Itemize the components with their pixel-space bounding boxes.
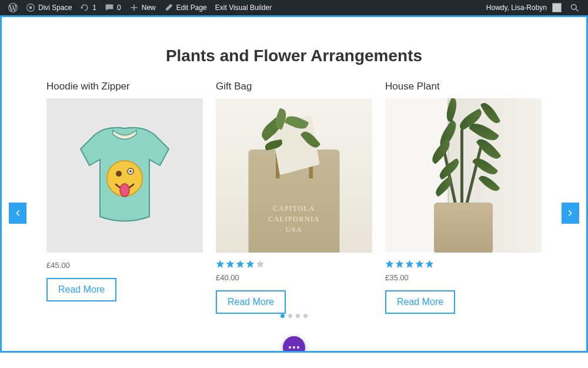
star-icon [415,260,424,268]
carousel-dot[interactable] [288,314,292,318]
product-card: Gift Bag CAPITOLA CALIFOR [216,81,372,314]
edit-page-link[interactable]: Edit Page [161,0,211,15]
product-image[interactable]: CAPITOLA CALIFORNIA USA [216,98,372,253]
product-price: £45.00 [46,261,203,270]
updates-count: 1 [92,4,96,12]
product-price: £40.00 [216,273,372,282]
read-more-button[interactable]: Read More [216,290,286,314]
carousel-dot[interactable] [280,314,285,318]
svg-point-4 [129,170,132,173]
product-image[interactable] [385,98,542,253]
star-icon [246,260,255,268]
star-icon [236,260,245,268]
new-label: New [142,4,156,12]
svg-point-1 [29,6,32,9]
comments-link[interactable]: 0 [101,0,125,15]
carousel-dot[interactable] [303,314,308,318]
ellipsis-icon [289,346,291,349]
greeting-text: Howdy, Lisa-Robyn [486,4,547,12]
svg-point-5 [120,184,129,197]
bag-text-line: CAPITOLA [249,203,340,214]
read-more-button[interactable]: Read More [46,278,116,301]
tshirt-illustration [72,120,178,231]
comments-count: 0 [117,4,121,12]
wordpress-icon [8,3,18,12]
product-image[interactable] [46,98,203,253]
product-rating [385,260,542,268]
chevron-left-icon [14,209,22,217]
star-icon [385,260,394,268]
product-card: Hoodie with Zipper £45.00 Read More [46,81,203,314]
ellipsis-icon [297,346,299,349]
chevron-right-icon [566,209,574,217]
divi-builder-fab[interactable] [283,336,305,353]
bag-illustration: CAPITOLA CALIFORNIA USA [249,150,340,253]
carousel-dot[interactable] [296,314,300,318]
product-title[interactable]: House Plant [385,81,542,92]
star-icon [216,260,225,268]
product-title[interactable]: Gift Bag [216,81,372,92]
product-title[interactable]: Hoodie with Zipper [46,81,203,92]
wp-logo[interactable] [5,0,21,15]
plus-icon [129,3,139,12]
carousel-prev-button[interactable] [9,203,26,224]
new-content-link[interactable]: New [126,0,159,15]
star-icon [226,260,235,268]
edit-page-label: Edit Page [176,4,207,12]
updates-link[interactable]: 1 [76,0,100,15]
search-icon [570,3,580,13]
carousel-dots [280,314,308,318]
dashboard-icon [26,3,35,12]
svg-point-3 [116,171,122,177]
product-price: £35.00 [385,273,542,282]
section-title: Plants and Flower Arrangements [46,47,542,65]
plant-illustration [405,100,522,253]
bag-text-line: USA [249,224,340,235]
exit-builder-label: Exit Visual Builder [215,4,272,12]
user-account-link[interactable]: Howdy, Lisa-Robyn [483,0,565,15]
site-name-label: Divi Space [38,4,72,12]
product-rating [216,260,372,268]
carousel-next-button[interactable] [562,203,579,224]
star-icon [405,260,414,268]
bag-text-line: CALIFORNIA [249,214,340,224]
site-name-link[interactable]: Divi Space [22,0,75,15]
star-icon [425,260,434,268]
pencil-icon [164,3,173,12]
wordpress-admin-bar: Divi Space 1 0 New Edit Page Exit Visual… [0,0,588,15]
ellipsis-icon [293,346,295,349]
star-icon [256,260,265,268]
comment-icon [105,3,114,12]
exit-visual-builder-link[interactable]: Exit Visual Builder [212,0,276,15]
refresh-icon [80,3,89,12]
product-carousel: Hoodie with Zipper £45.00 Read More [46,81,542,314]
page-canvas: Plants and Flower Arrangements Hoodie wi… [0,15,588,353]
avatar [552,3,562,12]
admin-search-toggle[interactable] [566,0,583,15]
product-card: House Plant [385,81,542,314]
star-icon [395,260,404,268]
read-more-button[interactable]: Read More [385,290,455,314]
